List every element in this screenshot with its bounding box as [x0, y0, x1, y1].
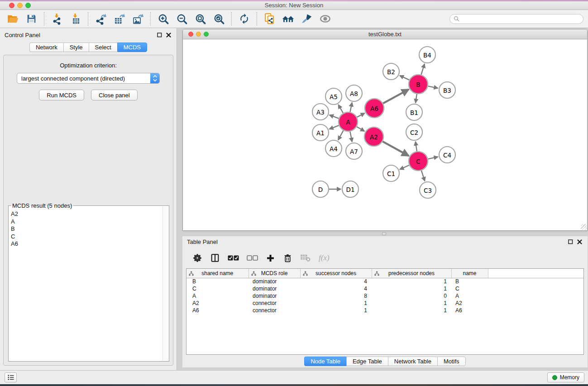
graph-edge[interactable]	[421, 64, 424, 75]
column-header-successor-nodes[interactable]: successor nodes	[300, 269, 372, 278]
run-mcds-button[interactable]: Run MCDS	[39, 90, 84, 100]
result-list-scrollbar[interactable]	[163, 206, 168, 361]
graph-edge[interactable]	[428, 86, 438, 88]
select-all-checks-icon[interactable]	[228, 251, 239, 265]
table-cell[interactable]: A2	[186, 300, 249, 307]
graph-edge[interactable]	[428, 157, 438, 159]
table-cell[interactable]: 4	[300, 278, 372, 285]
details-eye-icon[interactable]	[316, 11, 335, 27]
mcds-result-item[interactable]: C	[11, 233, 161, 241]
column-header-name[interactable]: name	[451, 269, 488, 278]
zoom-out-icon[interactable]	[172, 11, 191, 27]
graph-edge[interactable]	[421, 171, 425, 181]
mcds-result-item[interactable]: A6	[11, 240, 161, 248]
graph-edge[interactable]	[383, 90, 409, 104]
tab-edge-table[interactable]: Edge Table	[346, 357, 388, 366]
graph-edge[interactable]	[330, 125, 339, 129]
tab-mcds[interactable]: MCDS	[117, 43, 147, 52]
export-network-icon[interactable]	[91, 11, 110, 27]
table-row[interactable]: A6connector11A6	[186, 307, 583, 314]
graph-edge[interactable]	[416, 142, 417, 151]
table-cell[interactable]: 1	[372, 278, 451, 285]
open-folder-icon[interactable]	[4, 11, 22, 27]
clone-network-icon[interactable]	[260, 11, 279, 27]
table-cell[interactable]: C	[186, 285, 249, 292]
table-cell[interactable]: A6	[451, 307, 488, 314]
task-history-list-icon[interactable]	[5, 372, 17, 382]
table-cell[interactable]: connector	[249, 307, 300, 314]
graph-edge[interactable]	[400, 165, 409, 169]
import-network-icon[interactable]	[48, 11, 66, 27]
column-header-shared-name[interactable]: shared name	[186, 269, 249, 278]
table-row[interactable]: Cdominator41C	[186, 285, 583, 292]
graph-edge[interactable]	[400, 76, 409, 80]
float-panel-icon[interactable]	[568, 239, 573, 244]
table-row[interactable]: A2connector11A2	[186, 300, 583, 307]
tab-network[interactable]: Network	[29, 43, 63, 52]
tab-select[interactable]: Select	[89, 43, 117, 52]
search-input[interactable]	[462, 16, 579, 22]
add-row-icon[interactable]	[266, 251, 275, 265]
table-cell[interactable]: 1	[372, 285, 451, 292]
graph-edge[interactable]	[382, 142, 409, 156]
tab-node-table[interactable]: Node Table	[304, 357, 346, 366]
delete-row-trash-icon[interactable]	[283, 251, 292, 265]
table-cell[interactable]: C	[451, 285, 488, 292]
graph-edge[interactable]	[350, 103, 352, 112]
column-header-predecessor-nodes[interactable]: predecessor nodes	[372, 269, 451, 278]
close-panel-icon[interactable]	[166, 33, 171, 38]
table-row[interactable]: Adominator80A	[186, 292, 583, 300]
table-cell[interactable]: A	[186, 292, 249, 300]
graph-edge[interactable]	[357, 113, 365, 117]
graph-edge[interactable]	[338, 130, 343, 140]
delete-table-icon[interactable]	[300, 251, 311, 265]
column-header-mcds-role[interactable]: MCDS role	[249, 269, 300, 278]
table-cell[interactable]: B	[186, 278, 249, 285]
table-row[interactable]: Bdominator41B	[186, 278, 583, 285]
first-neighbors-icon[interactable]	[279, 11, 297, 27]
table-cell[interactable]: 8	[300, 292, 372, 300]
deselect-all-checks-icon[interactable]	[247, 251, 258, 265]
mcds-result-item[interactable]: B	[11, 225, 161, 233]
table-cell[interactable]: A2	[451, 300, 488, 307]
criterion-dropdown[interactable]: largest connected component (directed)	[17, 73, 160, 84]
graph-edge[interactable]	[357, 127, 364, 131]
export-table-icon[interactable]	[110, 11, 129, 27]
zoom-fit-icon[interactable]	[191, 11, 210, 27]
table-cell[interactable]: 1	[300, 307, 372, 314]
close-panel-button[interactable]: Close panel	[91, 90, 138, 100]
graph-edge[interactable]	[330, 115, 339, 118]
tab-network-table[interactable]: Network Table	[388, 357, 437, 366]
float-panel-icon[interactable]	[157, 33, 162, 38]
save-icon[interactable]	[22, 11, 41, 27]
mcds-result-item[interactable]: A	[11, 218, 161, 226]
graph-edge[interactable]	[338, 105, 343, 113]
table-cell[interactable]: 1	[372, 307, 451, 314]
table-cell[interactable]: 4	[300, 285, 372, 292]
memory-button[interactable]: Memory	[547, 372, 584, 382]
table-cell[interactable]: 1	[372, 300, 451, 307]
table-cell[interactable]: dominator	[249, 292, 300, 300]
close-panel-icon[interactable]	[577, 239, 582, 244]
divider-drag-handle[interactable]	[382, 232, 386, 235]
function-builder-icon[interactable]: f(x)	[319, 253, 330, 262]
search-field[interactable]	[449, 14, 583, 24]
style-brush-icon[interactable]	[297, 11, 316, 27]
table-cell[interactable]: 0	[372, 292, 451, 300]
zoom-selected-icon[interactable]	[210, 11, 228, 27]
settings-gear-icon[interactable]	[192, 251, 202, 265]
mcds-result-item[interactable]: A2	[11, 210, 161, 218]
table-cell[interactable]: 1	[300, 300, 372, 307]
graph-edge[interactable]	[350, 132, 352, 142]
refresh-icon[interactable]	[235, 11, 253, 27]
column-layout-icon[interactable]	[210, 251, 220, 265]
tab-style[interactable]: Style	[63, 43, 89, 52]
table-cell[interactable]: dominator	[249, 278, 300, 285]
table-cell[interactable]: A	[451, 292, 488, 300]
window-resize-handle[interactable]	[581, 224, 587, 230]
graph-edge[interactable]	[416, 94, 417, 103]
table-cell[interactable]: dominator	[249, 285, 300, 292]
import-table-icon[interactable]	[66, 11, 85, 27]
table-cell[interactable]: connector	[249, 300, 300, 307]
export-image-icon[interactable]	[129, 11, 147, 27]
